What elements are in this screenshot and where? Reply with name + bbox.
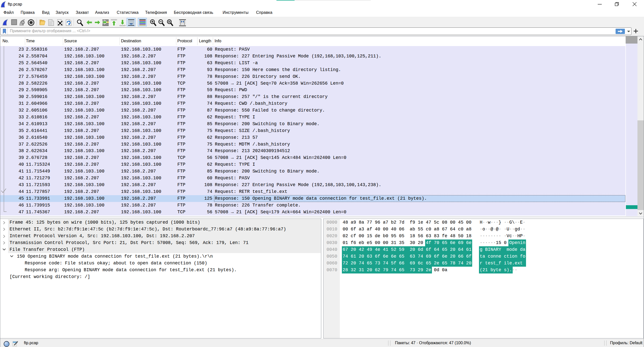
- svg-text:0011: 0011: [49, 24, 52, 25]
